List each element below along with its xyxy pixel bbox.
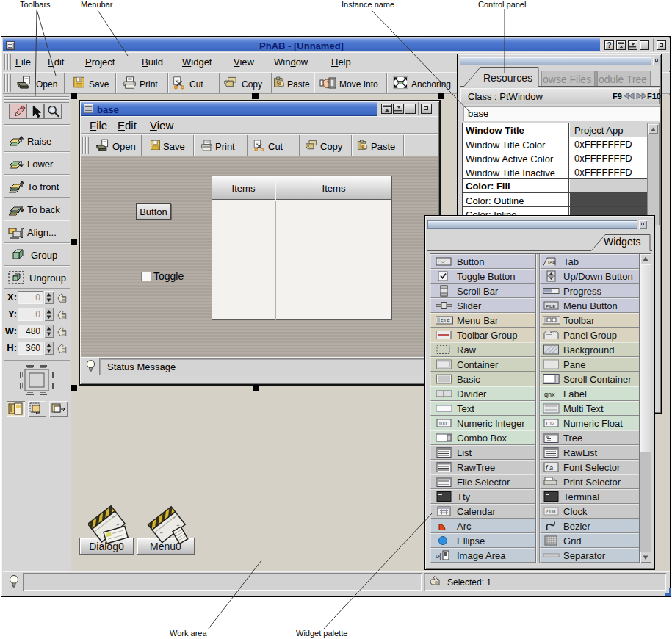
svg-text:FILE: FILE <box>546 304 556 308</box>
svg-text:qnx: qnx <box>544 391 555 398</box>
svg-text:TAB: TAB <box>547 260 555 264</box>
svg-text:1.12: 1.12 <box>546 421 555 426</box>
svg-text:FILE: FILE <box>441 319 450 323</box>
svg-text:2:00: 2:00 <box>546 509 556 514</box>
svg-text:100: 100 <box>438 421 447 426</box>
svg-text:f a: f a <box>546 464 553 472</box>
svg-text:o{: o{ <box>436 552 441 560</box>
